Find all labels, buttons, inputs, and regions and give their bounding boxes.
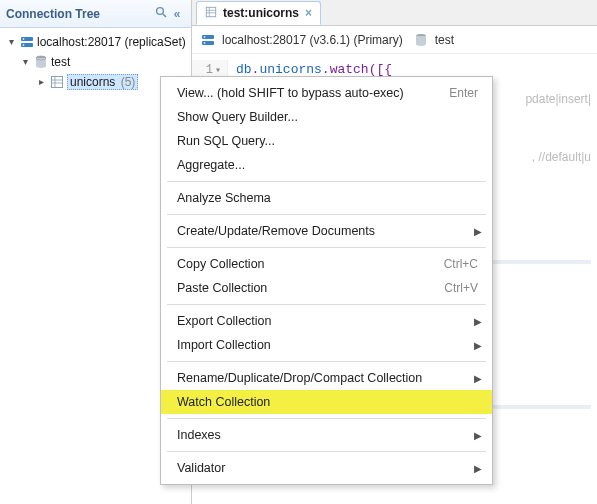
tree-node-db-label: test — [51, 55, 70, 69]
menu-separator — [167, 247, 486, 248]
svg-rect-8 — [52, 77, 63, 88]
fold-icon[interactable]: ▾ — [215, 65, 221, 76]
svg-point-18 — [204, 36, 206, 38]
collapse-icon[interactable]: « — [169, 7, 185, 21]
submenu-arrow-icon: ▶ — [474, 316, 482, 327]
menu-separator — [167, 361, 486, 362]
editor-tab-label: test:unicorns — [223, 6, 299, 20]
svg-rect-12 — [206, 7, 215, 16]
tree-node-db[interactable]: ▾ test — [2, 52, 189, 72]
submenu-arrow-icon: ▶ — [474, 340, 482, 351]
editor-subheader: localhost:28017 (v3.6.1) (Primary) test — [192, 26, 597, 54]
close-icon[interactable]: × — [305, 6, 312, 20]
tree-node-collection-selected: unicorns (5) — [67, 74, 138, 90]
submenu-arrow-icon: ▶ — [474, 226, 482, 237]
svg-point-19 — [204, 42, 206, 44]
code-token-function: watch — [330, 62, 369, 77]
svg-line-1 — [163, 14, 166, 17]
menu-accel: Ctrl+C — [444, 257, 478, 271]
menu-item-crud-documents[interactable]: Create/Update/Remove Documents ▶ — [161, 219, 492, 243]
database-icon — [33, 54, 49, 70]
svg-point-5 — [23, 44, 25, 46]
menu-item-run-sql[interactable]: Run SQL Query... — [161, 129, 492, 153]
collection-icon — [205, 6, 217, 21]
search-icon[interactable] — [153, 6, 169, 21]
tree-node-host[interactable]: ▾ localhost:28017 (replicaSet) — [2, 32, 189, 52]
twisty-icon[interactable]: ▾ — [6, 37, 17, 47]
menu-separator — [167, 181, 486, 182]
code-token-db: db — [236, 62, 252, 77]
host-icon — [200, 32, 216, 48]
tree-node-collection-label: unicorns — [70, 75, 115, 89]
host-icon — [19, 34, 35, 50]
menu-separator — [167, 304, 486, 305]
menu-item-show-query-builder[interactable]: Show Query Builder... — [161, 105, 492, 129]
menu-item-copy-collection[interactable]: Copy Collection Ctrl+C — [161, 252, 492, 276]
obscured-text: pdate|insert| — [525, 92, 591, 106]
menu-separator — [167, 214, 486, 215]
twisty-icon[interactable]: ▸ — [36, 77, 47, 87]
line-number: 1 — [206, 63, 213, 77]
twisty-icon[interactable]: ▾ — [20, 57, 31, 67]
menu-item-analyze-schema[interactable]: Analyze Schema — [161, 186, 492, 210]
menu-item-paste-collection[interactable]: Paste Collection Ctrl+V — [161, 276, 492, 300]
subheader-db: test — [435, 33, 454, 47]
menu-accel: Ctrl+V — [444, 281, 478, 295]
svg-point-4 — [23, 38, 25, 40]
submenu-arrow-icon: ▶ — [474, 373, 482, 384]
submenu-arrow-icon: ▶ — [474, 430, 482, 441]
editor-tab[interactable]: test:unicorns × — [196, 1, 321, 25]
submenu-arrow-icon: ▶ — [474, 463, 482, 474]
menu-item-validator[interactable]: Validator ▶ — [161, 456, 492, 480]
menu-accel: Enter — [449, 86, 478, 100]
code-token-collection: unicorns — [259, 62, 321, 77]
menu-item-indexes[interactable]: Indexes ▶ — [161, 423, 492, 447]
menu-item-import-collection[interactable]: Import Collection ▶ — [161, 333, 492, 357]
context-menu: View... (hold SHIFT to bypass auto-exec)… — [160, 76, 493, 485]
subheader-host: localhost:28017 (v3.6.1) (Primary) — [222, 33, 403, 47]
menu-item-watch-collection[interactable]: Watch Collection — [161, 390, 492, 414]
menu-item-rename-duplicate-drop-compact[interactable]: Rename/Duplicate/Drop/Compact Collection… — [161, 366, 492, 390]
tree-node-host-label: localhost:28017 (replicaSet) — [37, 35, 186, 49]
connection-tree-header: Connection Tree « — [0, 0, 191, 28]
menu-item-aggregate[interactable]: Aggregate... — [161, 153, 492, 177]
obscured-text: , //default|u — [532, 150, 591, 164]
collection-icon — [49, 74, 65, 90]
menu-item-export-collection[interactable]: Export Collection ▶ — [161, 309, 492, 333]
tree-node-collection-count: (5) — [121, 75, 136, 89]
editor-tabbar: test:unicorns × — [192, 0, 597, 26]
menu-separator — [167, 418, 486, 419]
menu-item-view[interactable]: View... (hold SHIFT to bypass auto-exec)… — [161, 81, 492, 105]
menu-separator — [167, 451, 486, 452]
connection-tree-title: Connection Tree — [6, 7, 153, 21]
svg-point-0 — [157, 8, 164, 15]
database-icon — [413, 32, 429, 48]
